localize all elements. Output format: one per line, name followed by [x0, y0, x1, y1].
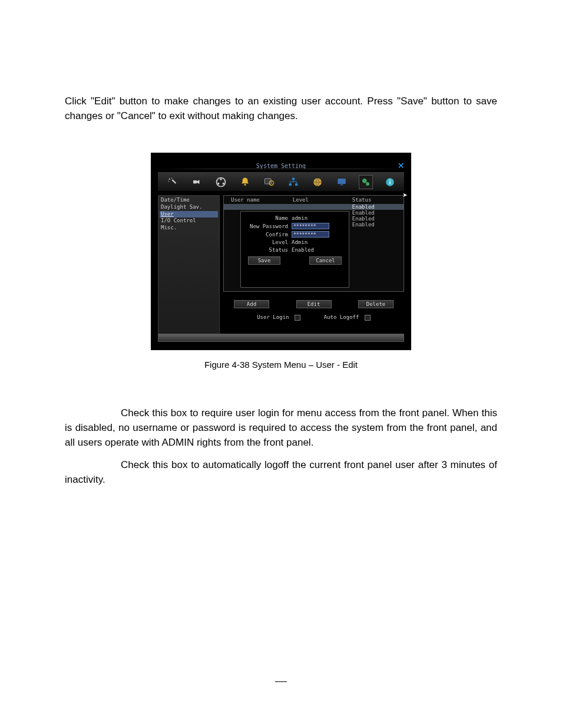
- svg-point-7: [222, 183, 224, 185]
- main-panel: User name Level Status Enabled Enabled: [223, 195, 404, 342]
- user-login-checkbox[interactable]: [295, 315, 300, 321]
- svg-rect-13: [295, 183, 298, 186]
- svg-point-17: [362, 179, 367, 183]
- toolbar: [158, 172, 404, 192]
- nav-item-user[interactable]: User: [160, 211, 218, 218]
- svg-rect-3: [171, 179, 176, 184]
- svg-point-21: [389, 179, 391, 180]
- figure-container: System Setting ✕: [151, 153, 411, 370]
- svg-point-8: [244, 184, 246, 186]
- nav-item-daylight[interactable]: Daylight Sav.: [161, 204, 217, 211]
- svg-point-1: [171, 177, 172, 179]
- wand-icon[interactable]: [166, 175, 180, 189]
- monitor-icon[interactable]: [335, 175, 349, 189]
- window-bottom-bar: [158, 334, 404, 342]
- confirm-password-input[interactable]: ********: [292, 231, 329, 238]
- svg-rect-12: [289, 183, 292, 186]
- list-item[interactable]: Enabled: [224, 204, 404, 210]
- header-username: User name: [226, 197, 293, 203]
- titlebar-separator: [158, 169, 404, 169]
- svg-point-5: [220, 178, 222, 180]
- network-icon[interactable]: [286, 175, 300, 189]
- label-name: Name: [246, 215, 292, 221]
- camera-icon[interactable]: [190, 175, 204, 189]
- auto-logoff-option: Auto Logoff: [324, 314, 371, 321]
- label-confirm: Confirm: [246, 232, 292, 238]
- new-password-input[interactable]: ********: [292, 223, 329, 229]
- info-icon[interactable]: [383, 175, 397, 189]
- bell-icon[interactable]: [238, 175, 252, 189]
- value-status[interactable]: Enabled: [292, 247, 344, 253]
- edit-button[interactable]: Edit: [296, 300, 332, 308]
- label-level: Level: [246, 239, 292, 245]
- page-footer: [0, 676, 562, 684]
- edit-user-form: Name admin New Password ******** Confirm…: [240, 211, 349, 288]
- delete-button[interactable]: Delete: [358, 300, 394, 308]
- svg-rect-11: [292, 177, 295, 180]
- gear-icon[interactable]: [359, 175, 373, 189]
- svg-rect-15: [338, 179, 346, 184]
- user-login-label: User Login: [257, 314, 289, 320]
- dvr-window: System Setting ✕: [151, 153, 411, 350]
- header-status: Status: [352, 197, 401, 203]
- svg-point-2: [168, 181, 169, 182]
- svg-point-18: [366, 182, 369, 186]
- svg-rect-16: [340, 185, 343, 186]
- label-new-password: New Password: [246, 223, 292, 229]
- label-status: Status: [246, 247, 292, 253]
- add-button[interactable]: Add: [234, 300, 269, 308]
- paragraph-user-login: Check this box to require user login for…: [65, 406, 497, 450]
- nav-item-datetime[interactable]: Date/Time: [161, 197, 217, 204]
- auto-logoff-checkbox[interactable]: [365, 315, 371, 321]
- paragraph-auto-logoff: Check this box to automatically logoff t…: [65, 458, 497, 487]
- cursor-icon: ➤: [403, 190, 408, 200]
- side-nav: Date/Time Daylight Sav. User I/O Control…: [158, 195, 220, 342]
- user-list-header: User name Level Status: [224, 196, 404, 204]
- nav-item-misc[interactable]: Misc.: [161, 225, 217, 232]
- reel-icon[interactable]: [214, 175, 228, 189]
- figure-caption: Figure 4-38 System Menu – User - Edit: [151, 360, 411, 370]
- svg-rect-20: [389, 181, 391, 184]
- paragraph-edit-instructions: Click "Edit" button to make changes to a…: [65, 94, 497, 123]
- globe-icon[interactable]: [310, 175, 325, 189]
- svg-point-0: [168, 178, 170, 179]
- value-level[interactable]: Admin: [292, 239, 344, 245]
- cancel-button[interactable]: Cancel: [309, 256, 342, 265]
- user-login-option: User Login: [257, 314, 300, 321]
- header-level: Level: [293, 197, 352, 203]
- svg-point-6: [217, 183, 219, 185]
- save-button[interactable]: Save: [248, 256, 280, 265]
- schedule-icon[interactable]: [262, 175, 276, 189]
- value-name: admin: [292, 215, 344, 221]
- auto-logoff-label: Auto Logoff: [324, 314, 359, 320]
- user-list-box: User name Level Status Enabled Enabled: [223, 195, 404, 292]
- nav-item-io-control[interactable]: I/O Control: [161, 218, 217, 225]
